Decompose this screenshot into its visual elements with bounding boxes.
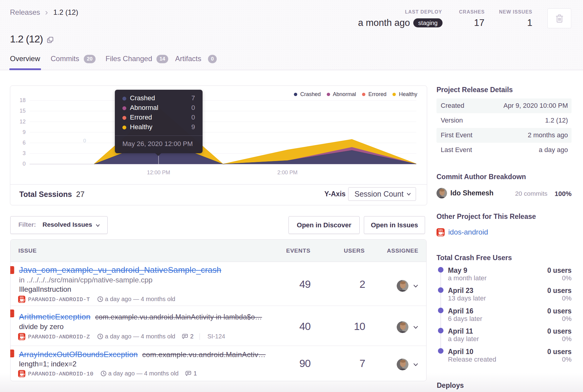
svg-text:15: 15: [20, 108, 26, 114]
svg-text:3: 3: [23, 150, 26, 156]
svg-text:9: 9: [23, 129, 26, 135]
svg-text:0: 0: [83, 138, 86, 144]
svg-text:12: 12: [20, 119, 26, 125]
svg-text:0: 0: [23, 161, 26, 167]
svg-text:12:00 PM: 12:00 PM: [147, 170, 170, 176]
svg-text:18: 18: [20, 97, 26, 103]
svg-text:6: 6: [23, 140, 26, 146]
svg-text:2:00 PM: 2:00 PM: [277, 170, 298, 176]
